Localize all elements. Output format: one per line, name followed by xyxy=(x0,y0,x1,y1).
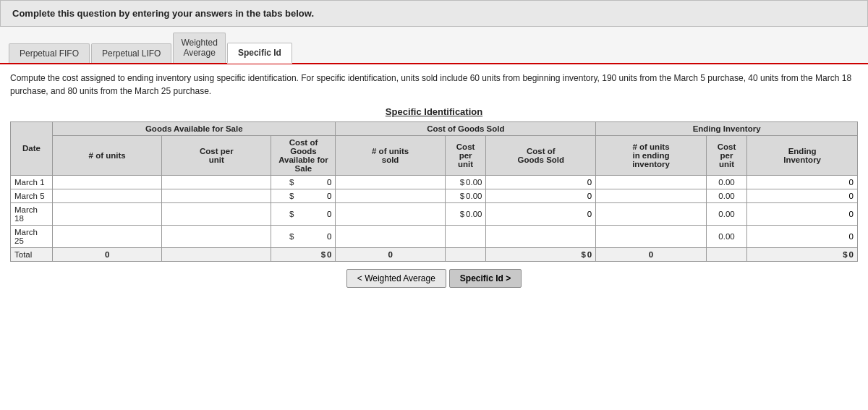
cell-date-3: March 25 xyxy=(11,225,53,247)
cell-cost-goods-avail-2[interactable]: $ xyxy=(271,202,336,225)
input-units-sold-2[interactable] xyxy=(339,210,441,218)
col-date: Date xyxy=(11,121,53,175)
cell-cost-goods-sold-0[interactable] xyxy=(486,175,596,189)
cell-units-ending-3[interactable] xyxy=(596,225,707,247)
description-text: Compute the cost assigned to ending inve… xyxy=(10,72,858,98)
subhdr-cost-goods-sold: Cost ofGoods Sold xyxy=(486,135,596,175)
cell-cost-goods-avail-1[interactable]: $ xyxy=(271,189,336,202)
tab-perpetual-lifo[interactable]: Perpetual LIFO xyxy=(91,43,171,63)
table-row: March 5$$0.000.00 xyxy=(11,189,858,202)
col-group-ending: Ending Inventory xyxy=(596,121,858,135)
cell-cost-goods-avail-0[interactable]: $ xyxy=(271,175,336,189)
input-units-ending-0[interactable] xyxy=(600,178,702,187)
input-num-units-0[interactable] xyxy=(56,178,158,187)
cell-units-sold-0[interactable] xyxy=(336,175,445,189)
cell-cost-per-unit-2[interactable] xyxy=(162,202,271,225)
input-cost-per-unit-2[interactable] xyxy=(166,210,267,218)
col-group-goods-avail: Goods Available for Sale xyxy=(53,121,336,135)
cell-cost-per-unit-sold-2: $0.00 xyxy=(445,202,486,225)
cell-num-units-0[interactable] xyxy=(53,175,162,189)
input-cost-per-unit-1[interactable] xyxy=(166,192,267,200)
cell-num-units-3[interactable] xyxy=(53,225,162,247)
cell-units-ending-0[interactable] xyxy=(596,175,707,189)
input-num-units-1[interactable] xyxy=(56,192,158,200)
cell-units-ending-1[interactable] xyxy=(596,189,707,202)
input-cost-per-unit-0[interactable] xyxy=(166,178,267,187)
cell-units-sold-2[interactable] xyxy=(336,202,445,225)
cell-cost-goods-avail-3[interactable]: $ xyxy=(271,225,336,247)
input-cost-goods-avail-1[interactable] xyxy=(295,192,331,200)
prev-tab-button[interactable]: < Weighted Average xyxy=(346,269,446,288)
cell-cost-per-unit-end-1: 0.00 xyxy=(706,189,746,202)
next-tab-button[interactable]: Specific Id > xyxy=(449,269,522,288)
top-banner: Complete this question by entering your … xyxy=(0,0,868,27)
input-num-units-2[interactable] xyxy=(56,210,158,218)
cell-cost-per-unit-sold-1: $0.00 xyxy=(445,189,486,202)
subhdr-num-units: # of units xyxy=(53,135,162,175)
cell-cost-goods-sold-2[interactable] xyxy=(486,202,596,225)
input-ending-inventory-2[interactable] xyxy=(751,210,854,218)
cell-units-sold-3[interactable] xyxy=(336,225,445,247)
subhdr-cost-goods-avail: Cost of GoodsAvailable forSale xyxy=(271,135,336,175)
cell-cost-per-unit-1[interactable] xyxy=(162,189,271,202)
input-units-ending-3[interactable] xyxy=(600,232,702,241)
input-units-sold-3[interactable] xyxy=(339,232,441,241)
input-units-sold-0[interactable] xyxy=(339,178,441,187)
table-row: March 1$$0.000.00 xyxy=(11,175,858,189)
cell-num-units-2[interactable] xyxy=(53,202,162,225)
table-row: March 25$0.00 xyxy=(11,225,858,247)
tab-specific-id[interactable]: Specific Id xyxy=(227,43,292,64)
total-num-units: 0 xyxy=(53,247,162,261)
input-units-ending-2[interactable] xyxy=(600,210,702,218)
total-ending-inventory: $0 xyxy=(747,247,858,261)
total-cost-goods-avail: $0 xyxy=(271,247,336,261)
cell-cost-per-unit-end-3: 0.00 xyxy=(706,225,746,247)
col-group-cogs: Cost of Goods Sold xyxy=(336,121,596,135)
cell-cost-goods-sold-3[interactable] xyxy=(486,225,596,247)
input-cost-goods-sold-1[interactable] xyxy=(490,192,592,200)
subhdr-ending-inventory: EndingInventory xyxy=(747,135,858,175)
total-cost-goods-sold: $0 xyxy=(486,247,596,261)
main-content: Compute the cost assigned to ending inve… xyxy=(0,64,868,295)
cell-units-ending-2[interactable] xyxy=(596,202,707,225)
cell-ending-inventory-1[interactable] xyxy=(747,189,858,202)
bottom-navigation: < Weighted Average Specific Id > xyxy=(10,269,858,288)
subhdr-units-sold: # of unitssold xyxy=(336,135,445,175)
input-num-units-3[interactable] xyxy=(56,232,158,241)
cell-date-1: March 5 xyxy=(11,189,53,202)
input-ending-inventory-0[interactable] xyxy=(751,178,854,187)
cell-ending-inventory-3[interactable] xyxy=(747,225,858,247)
cell-cost-per-unit-0[interactable] xyxy=(162,175,271,189)
tab-perpetual-fifo[interactable]: Perpetual FIFO xyxy=(9,43,90,63)
cell-cost-per-unit-sold-3 xyxy=(445,225,486,247)
input-cost-goods-avail-2[interactable] xyxy=(295,210,331,218)
total-row: Total 0 $0 0 $0 0 $0 xyxy=(11,247,858,261)
cell-cost-per-unit-3[interactable] xyxy=(162,225,271,247)
input-ending-inventory-3[interactable] xyxy=(751,232,854,241)
cell-ending-inventory-2[interactable] xyxy=(747,202,858,225)
subhdr-cost-per-unit-end: Cost perunit xyxy=(706,135,746,175)
input-cost-per-unit-3[interactable] xyxy=(166,232,267,241)
input-cost-goods-sold-2[interactable] xyxy=(490,210,592,218)
input-cost-goods-sold-0[interactable] xyxy=(490,178,592,187)
cell-cost-per-unit-end-2: 0.00 xyxy=(706,202,746,225)
subhdr-units-ending: # of unitsin endinginventory xyxy=(596,135,707,175)
input-units-ending-1[interactable] xyxy=(600,192,702,200)
input-cost-goods-avail-0[interactable] xyxy=(295,178,331,187)
section-title: Specific Identification xyxy=(10,106,858,117)
total-cost-per-unit-sold xyxy=(445,247,486,261)
cell-date-2: March 18 xyxy=(11,202,53,225)
cell-num-units-1[interactable] xyxy=(53,189,162,202)
tab-weighted-average[interactable]: WeightedAverage xyxy=(173,33,225,63)
cell-ending-inventory-0[interactable] xyxy=(747,175,858,189)
subhdr-cost-per-unit-sold: Cost perunit xyxy=(445,135,486,175)
cell-date-0: March 1 xyxy=(11,175,53,189)
cell-units-sold-1[interactable] xyxy=(336,189,445,202)
input-units-sold-1[interactable] xyxy=(339,192,441,200)
subhdr-cost-per-unit: Cost perunit xyxy=(162,135,271,175)
input-cost-goods-avail-3[interactable] xyxy=(295,232,331,241)
input-ending-inventory-1[interactable] xyxy=(751,192,854,200)
cell-cost-per-unit-sold-0: $0.00 xyxy=(445,175,486,189)
cell-cost-goods-sold-1[interactable] xyxy=(486,189,596,202)
total-units-ending: 0 xyxy=(596,247,707,261)
